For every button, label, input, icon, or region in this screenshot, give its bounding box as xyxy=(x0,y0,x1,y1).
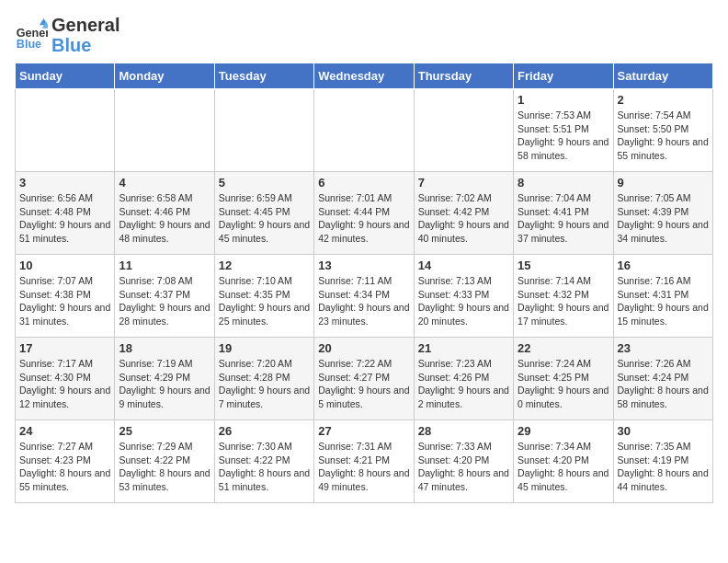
day-cell: 12Sunrise: 7:10 AM Sunset: 4:35 PM Dayli… xyxy=(214,255,313,338)
day-cell: 7Sunrise: 7:02 AM Sunset: 4:42 PM Daylig… xyxy=(414,172,513,255)
day-number: 2 xyxy=(618,93,709,107)
day-cell: 24Sunrise: 7:27 AM Sunset: 4:23 PM Dayli… xyxy=(16,420,115,503)
day-info: Sunrise: 7:24 AM Sunset: 4:25 PM Dayligh… xyxy=(518,357,609,411)
day-cell: 26Sunrise: 7:30 AM Sunset: 4:22 PM Dayli… xyxy=(214,420,313,503)
day-number: 29 xyxy=(518,424,609,438)
col-header-thursday: Thursday xyxy=(414,63,513,89)
calendar-body: 1Sunrise: 7:53 AM Sunset: 5:51 PM Daylig… xyxy=(16,89,713,503)
day-info: Sunrise: 7:34 AM Sunset: 4:20 PM Dayligh… xyxy=(518,440,609,494)
day-number: 26 xyxy=(219,424,310,438)
day-cell: 30Sunrise: 7:35 AM Sunset: 4:19 PM Dayli… xyxy=(613,420,712,503)
col-header-wednesday: Wednesday xyxy=(314,63,414,89)
day-info: Sunrise: 6:58 AM Sunset: 4:46 PM Dayligh… xyxy=(119,191,210,246)
day-number: 4 xyxy=(119,176,210,190)
day-info: Sunrise: 7:33 AM Sunset: 4:20 PM Dayligh… xyxy=(418,440,509,494)
day-cell: 18Sunrise: 7:19 AM Sunset: 4:29 PM Dayli… xyxy=(115,338,214,420)
day-info: Sunrise: 6:56 AM Sunset: 4:48 PM Dayligh… xyxy=(19,191,110,246)
logo-text-line1: General xyxy=(51,15,119,35)
day-cell: 1Sunrise: 7:53 AM Sunset: 5:51 PM Daylig… xyxy=(514,89,613,172)
day-number: 27 xyxy=(318,424,409,438)
day-number: 9 xyxy=(618,176,709,190)
day-cell: 2Sunrise: 7:54 AM Sunset: 5:50 PM Daylig… xyxy=(613,89,712,172)
day-info: Sunrise: 7:53 AM Sunset: 5:51 PM Dayligh… xyxy=(518,109,609,163)
day-number: 6 xyxy=(318,176,409,190)
logo-text-line2: Blue xyxy=(51,35,119,55)
day-cell: 13Sunrise: 7:11 AM Sunset: 4:34 PM Dayli… xyxy=(314,255,414,338)
day-cell: 15Sunrise: 7:14 AM Sunset: 4:32 PM Dayli… xyxy=(514,255,613,338)
day-info: Sunrise: 7:29 AM Sunset: 4:22 PM Dayligh… xyxy=(119,440,210,494)
day-cell xyxy=(16,89,115,172)
day-number: 30 xyxy=(618,424,709,438)
day-cell xyxy=(214,89,313,172)
day-number: 14 xyxy=(418,259,509,272)
day-info: Sunrise: 7:02 AM Sunset: 4:42 PM Dayligh… xyxy=(418,191,509,246)
day-number: 5 xyxy=(219,176,310,190)
day-info: Sunrise: 7:07 AM Sunset: 4:38 PM Dayligh… xyxy=(19,274,110,328)
week-row-3: 10Sunrise: 7:07 AM Sunset: 4:38 PM Dayli… xyxy=(16,255,713,338)
day-cell: 17Sunrise: 7:17 AM Sunset: 4:30 PM Dayli… xyxy=(16,338,115,420)
day-info: Sunrise: 6:59 AM Sunset: 4:45 PM Dayligh… xyxy=(219,191,310,246)
day-number: 11 xyxy=(119,259,210,272)
day-cell: 3Sunrise: 6:56 AM Sunset: 4:48 PM Daylig… xyxy=(16,172,115,255)
logo: General Blue General Blue xyxy=(15,15,119,55)
col-header-monday: Monday xyxy=(115,63,214,89)
day-number: 1 xyxy=(518,93,609,107)
col-header-friday: Friday xyxy=(514,63,613,89)
svg-text:Blue: Blue xyxy=(17,38,41,51)
day-info: Sunrise: 7:05 AM Sunset: 4:39 PM Dayligh… xyxy=(618,191,709,246)
day-info: Sunrise: 7:11 AM Sunset: 4:34 PM Dayligh… xyxy=(318,274,409,328)
day-cell: 21Sunrise: 7:23 AM Sunset: 4:26 PM Dayli… xyxy=(414,338,513,420)
day-number: 28 xyxy=(418,424,509,438)
day-cell: 19Sunrise: 7:20 AM Sunset: 4:28 PM Dayli… xyxy=(214,338,313,420)
day-cell: 8Sunrise: 7:04 AM Sunset: 4:41 PM Daylig… xyxy=(514,172,613,255)
day-cell: 23Sunrise: 7:26 AM Sunset: 4:24 PM Dayli… xyxy=(613,338,712,420)
day-cell: 14Sunrise: 7:13 AM Sunset: 4:33 PM Dayli… xyxy=(414,255,513,338)
col-header-saturday: Saturday xyxy=(613,63,712,89)
logo-icon: General Blue xyxy=(15,18,48,52)
day-cell: 20Sunrise: 7:22 AM Sunset: 4:27 PM Dayli… xyxy=(314,338,414,420)
day-info: Sunrise: 7:13 AM Sunset: 4:33 PM Dayligh… xyxy=(418,274,509,328)
day-number: 21 xyxy=(418,341,509,355)
day-info: Sunrise: 7:17 AM Sunset: 4:30 PM Dayligh… xyxy=(19,357,110,411)
day-number: 8 xyxy=(518,176,609,190)
day-info: Sunrise: 7:27 AM Sunset: 4:23 PM Dayligh… xyxy=(19,440,110,494)
day-number: 12 xyxy=(219,259,310,272)
col-header-tuesday: Tuesday xyxy=(214,63,313,89)
day-cell xyxy=(115,89,214,172)
day-number: 25 xyxy=(119,424,210,438)
day-cell xyxy=(414,89,513,172)
header-area: General Blue General Blue xyxy=(15,15,713,55)
day-cell: 11Sunrise: 7:08 AM Sunset: 4:37 PM Dayli… xyxy=(115,255,214,338)
day-info: Sunrise: 7:16 AM Sunset: 4:31 PM Dayligh… xyxy=(618,274,709,328)
day-number: 17 xyxy=(19,341,110,355)
day-cell: 27Sunrise: 7:31 AM Sunset: 4:21 PM Dayli… xyxy=(314,420,414,503)
day-number: 16 xyxy=(618,259,709,272)
day-number: 22 xyxy=(518,341,609,355)
day-cell xyxy=(314,89,414,172)
day-info: Sunrise: 7:31 AM Sunset: 4:21 PM Dayligh… xyxy=(318,440,409,494)
day-cell: 6Sunrise: 7:01 AM Sunset: 4:44 PM Daylig… xyxy=(314,172,414,255)
day-cell: 9Sunrise: 7:05 AM Sunset: 4:39 PM Daylig… xyxy=(613,172,712,255)
day-info: Sunrise: 7:20 AM Sunset: 4:28 PM Dayligh… xyxy=(219,357,310,411)
day-number: 18 xyxy=(119,341,210,355)
header-row: SundayMondayTuesdayWednesdayThursdayFrid… xyxy=(16,63,713,89)
day-cell: 22Sunrise: 7:24 AM Sunset: 4:25 PM Dayli… xyxy=(514,338,613,420)
day-info: Sunrise: 7:08 AM Sunset: 4:37 PM Dayligh… xyxy=(119,274,210,328)
day-number: 19 xyxy=(219,341,310,355)
col-header-sunday: Sunday xyxy=(16,63,115,89)
day-number: 20 xyxy=(318,341,409,355)
day-info: Sunrise: 7:22 AM Sunset: 4:27 PM Dayligh… xyxy=(318,357,409,411)
day-cell: 16Sunrise: 7:16 AM Sunset: 4:31 PM Dayli… xyxy=(613,255,712,338)
day-number: 13 xyxy=(318,259,409,272)
week-row-1: 1Sunrise: 7:53 AM Sunset: 5:51 PM Daylig… xyxy=(16,89,713,172)
day-info: Sunrise: 7:10 AM Sunset: 4:35 PM Dayligh… xyxy=(219,274,310,328)
day-cell: 29Sunrise: 7:34 AM Sunset: 4:20 PM Dayli… xyxy=(514,420,613,503)
day-cell: 28Sunrise: 7:33 AM Sunset: 4:20 PM Dayli… xyxy=(414,420,513,503)
day-info: Sunrise: 7:19 AM Sunset: 4:29 PM Dayligh… xyxy=(119,357,210,411)
day-number: 3 xyxy=(19,176,110,190)
day-cell: 5Sunrise: 6:59 AM Sunset: 4:45 PM Daylig… xyxy=(214,172,313,255)
day-info: Sunrise: 7:26 AM Sunset: 4:24 PM Dayligh… xyxy=(618,357,709,411)
week-row-2: 3Sunrise: 6:56 AM Sunset: 4:48 PM Daylig… xyxy=(16,172,713,255)
day-number: 24 xyxy=(19,424,110,438)
week-row-4: 17Sunrise: 7:17 AM Sunset: 4:30 PM Dayli… xyxy=(16,338,713,420)
